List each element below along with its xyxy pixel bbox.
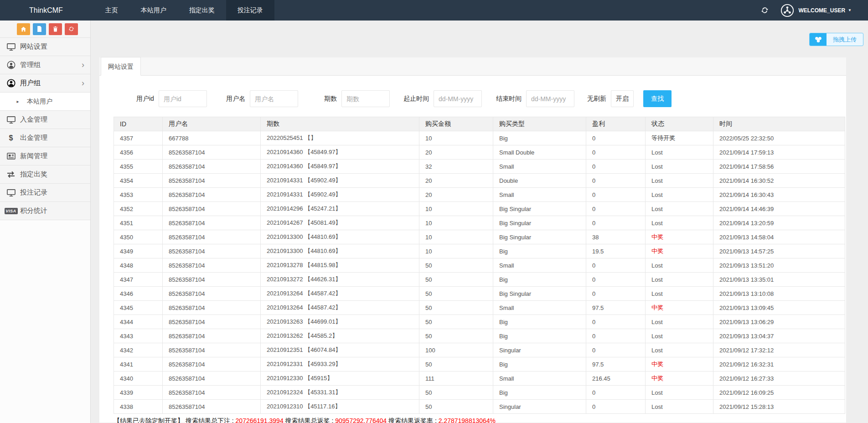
table-cell-type: Singular	[493, 343, 586, 357]
nav-item[interactable]: 指定出奖	[178, 0, 226, 21]
table-row: 43538526358710420210914331 【45902.49】20S…	[114, 188, 845, 202]
sidebar-filler	[0, 220, 90, 423]
table-row: 43468526358710420210913264 【44587.42】50B…	[114, 287, 845, 301]
table-cell-status: Lost	[646, 343, 713, 357]
table-row: 43438526358710420210913262 【44585.2】50Bi…	[114, 329, 845, 343]
table-cell-period: 20210914360 【45849.97】	[261, 160, 419, 174]
table-cell-type: Big	[493, 273, 586, 287]
table-cell-type: Big	[493, 131, 586, 145]
top-navbar: ThinkCMF 主页本站用户指定出奖投注记录 WELCOME_USER ▼	[0, 0, 868, 21]
table-cell-profit: 0	[586, 273, 646, 287]
sidebar-item[interactable]: 用户组›	[0, 74, 90, 93]
table-cell-status: 等待开奖	[646, 131, 713, 145]
exchange-icon	[5, 171, 16, 178]
table-row: 43458526358710420210913264 【44587.42】50S…	[114, 301, 845, 315]
sidebar-item[interactable]: 管理组›	[0, 56, 90, 74]
table-cell-id: 4357	[114, 131, 163, 145]
search-button[interactable]: 查找	[643, 90, 672, 107]
quick-button-recycle[interactable]	[65, 23, 78, 35]
table-cell-user: 85263587104	[163, 258, 261, 273]
table-cell-type: Small Double	[493, 145, 586, 160]
nav-item[interactable]: 投注记录	[226, 0, 274, 21]
user-menu[interactable]: WELCOME_USER	[798, 7, 845, 14]
table-cell-profit: 0	[586, 145, 646, 160]
quick-button-trash[interactable]	[49, 23, 62, 35]
table-cell-status: 中奖	[646, 301, 713, 315]
caret-down-icon[interactable]: ▼	[848, 8, 852, 12]
filter-group: 结束时间	[496, 90, 574, 107]
table-cell-user: 85263587104	[163, 202, 261, 216]
table-cell-user: 85263587104	[163, 329, 261, 343]
brand-logo[interactable]: ThinkCMF	[29, 0, 63, 21]
sidebar-item[interactable]: 投注记录	[0, 184, 90, 202]
quick-button-home[interactable]	[17, 23, 30, 35]
filter-input[interactable]	[526, 90, 574, 107]
table-cell-type: Big	[493, 329, 586, 343]
table-cell-status: 中奖	[646, 230, 713, 244]
table-cell-time: 2021/09/13 14:57:25	[713, 244, 845, 258]
panel: 网站设置 用户id用户名期数起止时间结束时间无刷新开启查找 ID用户名期数购买金…	[99, 57, 846, 423]
table-cell-time: 2021/09/14 13:20:59	[713, 216, 845, 230]
table-cell-time: 2021/09/13 13:04:37	[713, 329, 845, 343]
table-cell-type: Singular	[493, 400, 586, 414]
table-cell-status: Lost	[646, 202, 713, 216]
sidebar-item[interactable]: 网站设置	[0, 38, 90, 56]
table-cell-time: 2021/09/14 17:58:56	[713, 160, 845, 174]
table-cell-period: 20210914267 【45081.49】	[261, 216, 419, 230]
table-cell-time: 2021/09/13 13:10:08	[713, 287, 845, 301]
filter-input[interactable]	[250, 90, 298, 107]
filter-input[interactable]	[434, 90, 482, 107]
monitor-icon	[5, 189, 16, 197]
sidebar-item[interactable]: 指定出奖	[0, 165, 90, 184]
table-cell-status: Lost	[646, 329, 713, 343]
filter-input[interactable]	[341, 90, 390, 107]
sidebar-item-label: 管理组	[20, 61, 41, 69]
table-row: 43568526358710420210914360 【45849.97】20S…	[114, 145, 845, 160]
filter-group: 用户名	[226, 90, 298, 107]
table-cell-id: 4351	[114, 216, 163, 230]
table-cell-profit: 38	[586, 230, 646, 244]
table-cell-user: 85263587104	[163, 386, 261, 400]
table-cell-type: Small	[493, 258, 586, 273]
table-cell-amount: 32	[419, 160, 493, 174]
table-row: 43408526358710420210912330 【45915】111Sma…	[114, 371, 845, 386]
avatar[interactable]	[780, 4, 794, 17]
table-cell-type: Big	[493, 315, 586, 329]
table-cell-id: 4353	[114, 188, 163, 202]
sidebar-item[interactable]: VISA积分统计	[0, 202, 90, 220]
chevron-right-icon: ›	[82, 79, 84, 87]
table-cell-user: 85263587104	[163, 216, 261, 230]
no-refresh-toggle[interactable]: 开启	[611, 90, 634, 107]
filter-group: 起止时间	[403, 90, 482, 107]
summary-label: 搜索结果返奖率 :	[387, 417, 439, 423]
quick-button-file[interactable]	[33, 23, 46, 35]
table-cell-amount: 10	[419, 230, 493, 244]
table-cell-profit: 0	[586, 329, 646, 343]
chevron-right-icon: ›	[82, 61, 84, 69]
sidebar-item[interactable]: $出金管理	[0, 129, 90, 147]
refresh-icon[interactable]	[761, 6, 769, 14]
filter-input[interactable]	[159, 90, 207, 107]
sidebar-item[interactable]: 入金管理	[0, 111, 90, 129]
table-cell-amount: 20	[419, 188, 493, 202]
table-cell-id: 4340	[114, 371, 163, 386]
sidebar-item[interactable]: ▸本站用户	[0, 93, 90, 111]
summary-value: 90957292.776404	[335, 417, 387, 423]
sidebar-item[interactable]: 新闻管理	[0, 147, 90, 165]
table-row: 43478526358710420210913272 【44626.31】50B…	[114, 273, 845, 287]
table-cell-time: 2021/09/13 13:06:29	[713, 315, 845, 329]
tab-site-settings[interactable]: 网站设置	[101, 57, 141, 76]
table-cell-period: 20210913264 【44587.42】	[261, 287, 419, 301]
table-cell-amount: 20	[419, 145, 493, 160]
table-cell-amount: 50	[419, 386, 493, 400]
nav-item[interactable]: 主页	[94, 0, 129, 21]
table-row: 435766778820220525451 【】10Big0等待开奖2022/0…	[114, 131, 845, 145]
sidebar-item-label: 投注记录	[20, 188, 47, 197]
drag-upload-button[interactable]: 拖拽上传	[809, 33, 863, 46]
navbar-right: WELCOME_USER ▼	[761, 0, 868, 21]
records-table: ID用户名期数购买金额购买类型盈利状态时间4357667788202205254…	[114, 117, 845, 414]
nav-item[interactable]: 本站用户	[129, 0, 178, 21]
sidebar-item-label: 网站设置	[20, 42, 47, 51]
table-cell-amount: 50	[419, 329, 493, 343]
table-cell-period: 20210913264 【44587.42】	[261, 301, 419, 315]
